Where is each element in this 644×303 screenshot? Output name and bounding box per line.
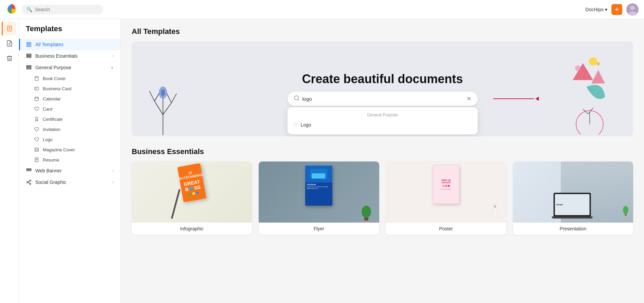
sidebar-item-resume[interactable]: Resume xyxy=(19,155,121,165)
svg-rect-38 xyxy=(26,170,31,171)
svg-rect-20 xyxy=(35,76,38,80)
sidebar-item-card[interactable]: Card xyxy=(19,104,121,114)
svg-line-43 xyxy=(28,181,30,182)
chevron-down-icon: ▾ xyxy=(605,7,607,12)
hero-search-icon xyxy=(294,95,300,102)
general-purpose-label: General Purpose xyxy=(35,65,71,70)
svg-rect-30 xyxy=(35,148,39,152)
dropdown-category: General Purpose xyxy=(288,111,478,119)
clear-search-button[interactable]: ✕ xyxy=(466,95,472,102)
sidebar-item-social-graphic[interactable]: Social Graphic › xyxy=(19,176,121,188)
all-templates-label: All Templates xyxy=(35,42,63,47)
page-title: All Templates xyxy=(132,27,633,36)
dochipo-menu[interactable]: DocHipo ▾ xyxy=(585,7,607,12)
svg-line-59 xyxy=(583,109,588,114)
invitation-icon xyxy=(34,127,39,132)
general-purpose-icon xyxy=(26,64,32,71)
hero-banner: Create beautiful documents ✕ xyxy=(132,41,633,136)
search-icon: 🔍 xyxy=(26,7,32,12)
template-card-flyer[interactable]: CAR WASH DOUBTLESS CLEAN IN OUR CAR WASH… xyxy=(259,162,379,235)
top-search-bar[interactable]: 🔍 xyxy=(22,5,103,14)
certificate-icon xyxy=(34,116,39,122)
hero-title: Create beautiful documents xyxy=(288,72,478,86)
svg-point-61 xyxy=(589,57,597,65)
svg-point-2 xyxy=(630,5,635,10)
svg-rect-19 xyxy=(26,68,31,69)
sidebar-item-all-templates[interactable]: All Templates xyxy=(19,39,121,50)
svg-rect-10 xyxy=(27,42,29,44)
sidebar-item-calendar[interactable]: Calendar xyxy=(19,94,121,104)
card-image-poster: make upcourses Beauty & Makeup xyxy=(386,162,506,223)
hero-decoration-left xyxy=(143,67,183,136)
card-label-poster: Poster xyxy=(386,223,506,235)
sidebar-icon-trash[interactable] xyxy=(3,52,16,65)
svg-rect-15 xyxy=(26,55,31,56)
icon-sidebar xyxy=(0,19,19,303)
certificate-label: Certificate xyxy=(43,117,63,122)
business-card-label: Business Card xyxy=(43,86,72,91)
svg-line-45 xyxy=(154,101,163,115)
search-dropdown: General Purpose ♡ Logo xyxy=(288,107,478,134)
svg-rect-18 xyxy=(26,67,31,68)
svg-rect-17 xyxy=(26,65,31,67)
svg-point-53 xyxy=(294,96,298,100)
card-label-flyer: Flyer xyxy=(259,223,379,235)
svg-rect-22 xyxy=(35,87,39,90)
svg-point-41 xyxy=(30,183,31,185)
sidebar-item-invitation[interactable]: Invitation xyxy=(19,124,121,134)
business-essentials-icon xyxy=(26,53,32,59)
sidebar-item-business-essentials[interactable]: Business Essentials › xyxy=(19,50,121,62)
svg-line-42 xyxy=(28,183,30,184)
logo-icon xyxy=(34,137,39,142)
chevron-right-icon: › xyxy=(112,54,114,58)
sidebar-item-book-cover[interactable]: Book Cover xyxy=(19,73,121,83)
chevron-right-icon-3: › xyxy=(112,180,114,185)
nav-right: DocHipo ▾ + xyxy=(585,3,639,16)
invitation-label: Invitation xyxy=(43,127,60,132)
svg-rect-14 xyxy=(26,54,31,55)
top-search-input[interactable] xyxy=(35,7,98,12)
sidebar-icon-document[interactable] xyxy=(2,22,16,35)
svg-rect-25 xyxy=(35,97,39,101)
sidebar-item-business-card[interactable]: Business Card xyxy=(19,83,121,94)
web-banner-label: Web Banner xyxy=(35,168,62,173)
sidebar-icon-file[interactable] xyxy=(3,37,16,50)
sidebar-item-logo[interactable]: Logo xyxy=(19,134,121,145)
app-logo[interactable] xyxy=(5,3,18,16)
svg-point-69 xyxy=(623,206,628,214)
svg-line-46 xyxy=(163,103,171,115)
template-card-poster[interactable]: make upcourses Beauty & Makeup xyxy=(386,162,506,235)
all-templates-icon xyxy=(26,41,32,48)
template-card-presentation[interactable]: SkyHigh Presentation xyxy=(513,162,633,235)
social-graphic-icon xyxy=(26,179,32,185)
sidebar-item-web-banner[interactable]: Web Banner › xyxy=(19,165,121,176)
calendar-label: Calendar xyxy=(43,96,61,101)
top-nav: 🔍 DocHipo ▾ + xyxy=(0,0,644,19)
heart-icon: ♡ xyxy=(293,122,297,128)
template-card-infographic[interactable]: 12OUTSTANDING GREATB🐦SS Infographic xyxy=(132,162,252,235)
magazine-icon xyxy=(34,147,39,152)
sidebar-item-magazine-cover[interactable]: Magazine Cover xyxy=(19,145,121,155)
user-avatar[interactable] xyxy=(626,3,639,16)
svg-marker-56 xyxy=(573,63,593,80)
svg-rect-13 xyxy=(29,45,31,46)
svg-point-63 xyxy=(575,65,581,71)
new-document-button[interactable]: + xyxy=(611,4,622,15)
sidebar-item-certificate[interactable]: Certificate xyxy=(19,114,121,124)
svg-point-65 xyxy=(362,206,371,218)
svg-line-50 xyxy=(171,94,177,103)
card-label-presentation: Presentation xyxy=(513,223,633,235)
book-cover-label: Book Cover xyxy=(43,76,66,81)
hero-search-input[interactable] xyxy=(302,96,466,102)
svg-line-66 xyxy=(494,205,495,208)
sidebar-item-general-purpose[interactable]: General Purpose ∨ xyxy=(19,62,121,73)
svg-rect-16 xyxy=(26,57,31,58)
sidebar-title: Templates xyxy=(19,24,121,39)
chevron-down-icon: ∨ xyxy=(111,65,114,70)
svg-rect-11 xyxy=(29,42,31,44)
logo-label: Logo xyxy=(43,137,53,142)
business-card-icon xyxy=(34,86,39,91)
dropdown-item-logo[interactable]: ♡ Logo xyxy=(288,119,478,130)
svg-point-40 xyxy=(27,182,28,183)
arrow-annotation xyxy=(493,97,539,101)
